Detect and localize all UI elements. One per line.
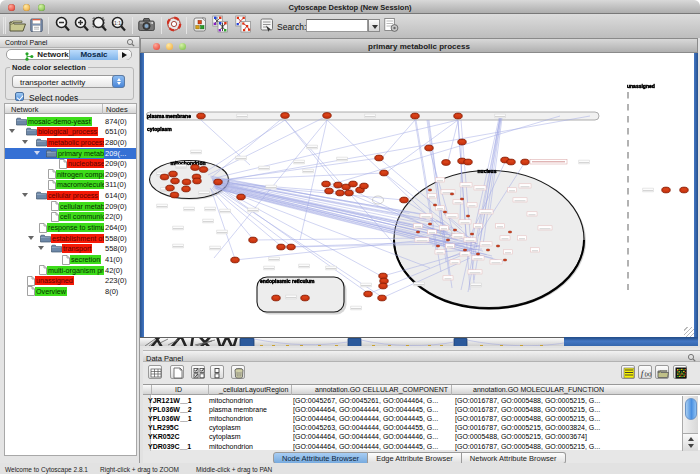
svg-text:1:1: 1:1 xyxy=(114,20,121,26)
svg-text:endoplasmic reticulum: endoplasmic reticulum xyxy=(260,278,315,284)
svg-text:(x): (x) xyxy=(644,371,651,377)
svg-text:plasma membrane: plasma membrane xyxy=(147,113,191,119)
svg-text:nucleus: nucleus xyxy=(478,168,497,174)
svg-text:unassigned: unassigned xyxy=(627,83,655,89)
svg-text:cytoplasm: cytoplasm xyxy=(147,126,172,132)
